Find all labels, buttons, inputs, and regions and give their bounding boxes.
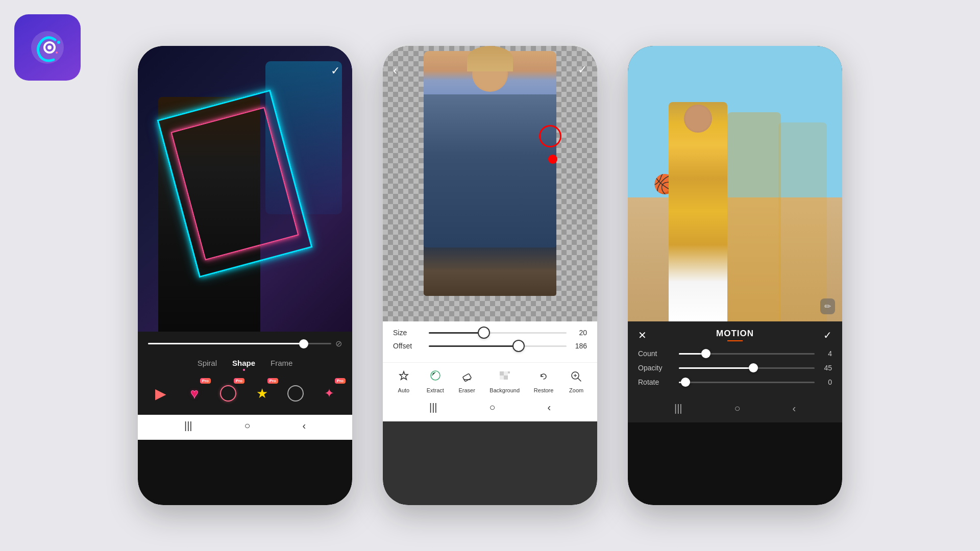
phone3-background: 🏀 ✏ bbox=[628, 46, 842, 321]
phone-2: ‹ ✓ bbox=[383, 46, 597, 505]
size-fill bbox=[429, 332, 484, 334]
phone3-image-area: 🏀 ✏ bbox=[628, 46, 842, 321]
shape-play[interactable]: ▶ bbox=[146, 379, 175, 408]
phone1-slider-track[interactable] bbox=[148, 343, 331, 344]
tool-restore[interactable]: Restore bbox=[534, 368, 554, 393]
phone2-toolbar: Auto Extract bbox=[383, 362, 597, 396]
eraser-dot bbox=[548, 155, 557, 164]
tab-shape-indicator bbox=[243, 369, 245, 371]
offset-slider[interactable] bbox=[429, 345, 567, 347]
zoom-icon bbox=[568, 368, 585, 385]
tool-extract[interactable]: Extract bbox=[427, 368, 444, 393]
rotate-value: 0 bbox=[820, 378, 832, 386]
svg-rect-8 bbox=[504, 371, 508, 375]
nav-home-icon[interactable]: ||| bbox=[184, 420, 192, 432]
auto-icon bbox=[395, 368, 412, 385]
pro-badge-sparkle: Pro bbox=[335, 378, 346, 384]
person-ghost-1 bbox=[727, 112, 781, 321]
tool-background[interactable]: Background bbox=[489, 368, 520, 393]
phone2-nav-home[interactable]: ||| bbox=[429, 402, 437, 413]
background-icon bbox=[496, 368, 513, 385]
tool-eraser[interactable]: Eraser bbox=[458, 368, 476, 393]
tab-frame[interactable]: Frame bbox=[271, 359, 292, 371]
person-cutout bbox=[424, 51, 556, 296]
phone2-nav-circle[interactable]: ○ bbox=[489, 402, 495, 413]
motion-header: ✕ MOTION ✓ bbox=[628, 321, 842, 346]
svg-rect-11 bbox=[508, 371, 510, 373]
eraser-circle bbox=[539, 125, 561, 147]
phone2-controls: Size 20 Offset 186 bbox=[383, 321, 597, 362]
svg-line-13 bbox=[578, 378, 581, 381]
checkered-background bbox=[383, 46, 597, 321]
svg-rect-7 bbox=[500, 371, 504, 375]
motion-check-button[interactable]: ✓ bbox=[823, 329, 832, 341]
phone-1: ✓ bbox=[138, 46, 352, 505]
phone3-nav-home[interactable]: ||| bbox=[674, 403, 682, 414]
zoom-label: Zoom bbox=[569, 387, 583, 393]
phone2-nav-back[interactable]: ‹ bbox=[547, 402, 551, 413]
shape-sparkle[interactable]: Pro ✦ bbox=[315, 379, 344, 408]
size-slider[interactable] bbox=[429, 332, 567, 334]
size-label: Size bbox=[393, 329, 424, 337]
extract-icon bbox=[427, 368, 444, 385]
opacity-thumb[interactable] bbox=[749, 363, 758, 372]
tool-auto[interactable]: Auto bbox=[395, 368, 412, 393]
app-logo bbox=[14, 14, 81, 81]
eraser-icon[interactable]: ⊘ bbox=[335, 339, 342, 348]
motion-close-button[interactable]: ✕ bbox=[638, 329, 647, 341]
nav-circle-icon[interactable]: ○ bbox=[244, 420, 250, 432]
motion-sliders: Count 4 Opacity 45 bbox=[628, 346, 842, 397]
svg-rect-5 bbox=[462, 373, 471, 382]
tab-shape[interactable]: Shape bbox=[232, 359, 255, 367]
extract-label: Extract bbox=[427, 387, 444, 393]
shapes-palette: ▶ Pro ♥ Pro Pro ★ bbox=[138, 375, 352, 415]
phone-3: 🏀 ✏ ✕ bbox=[628, 46, 842, 505]
opacity-label: Opacity bbox=[638, 364, 674, 372]
phone3-nav-back[interactable]: ‹ bbox=[792, 403, 796, 414]
offset-label: Offset bbox=[393, 342, 424, 350]
rotate-slider-row: Rotate 0 bbox=[638, 378, 832, 386]
background-label: Background bbox=[489, 387, 520, 393]
size-slider-row: Size 20 bbox=[393, 329, 587, 337]
svg-point-4 bbox=[56, 52, 58, 54]
shape-heart[interactable]: Pro ♥ bbox=[180, 379, 209, 408]
phone2-nav-bar: ||| ○ ‹ bbox=[383, 396, 597, 421]
opacity-slider[interactable] bbox=[679, 367, 815, 369]
rotate-thumb[interactable] bbox=[681, 378, 690, 387]
restore-label: Restore bbox=[534, 387, 554, 393]
shape-star[interactable]: Pro ★ bbox=[248, 379, 276, 408]
nav-back-icon[interactable]: ‹ bbox=[302, 420, 306, 432]
phone1-checkmark: ✓ bbox=[331, 64, 340, 77]
phone3-nav-circle[interactable]: ○ bbox=[734, 403, 740, 414]
phone2-image-area bbox=[383, 46, 597, 321]
rotate-slider[interactable] bbox=[679, 382, 815, 383]
motion-title: MOTION bbox=[716, 329, 754, 341]
tool-zoom[interactable]: Zoom bbox=[568, 368, 585, 393]
phone1-slider-thumb[interactable] bbox=[299, 339, 308, 348]
phone3-eraser-btn[interactable]: ✏ bbox=[820, 298, 835, 314]
rotate-label: Rotate bbox=[638, 378, 674, 386]
size-thumb[interactable] bbox=[479, 328, 489, 338]
opacity-fill bbox=[679, 367, 753, 369]
offset-thumb[interactable] bbox=[513, 341, 524, 351]
svg-point-3 bbox=[57, 41, 60, 44]
eraser-tool-icon bbox=[458, 368, 476, 385]
shape-tabs: Spiral Shape Frame bbox=[138, 354, 352, 375]
count-thumb[interactable] bbox=[701, 349, 710, 358]
svg-rect-10 bbox=[504, 375, 508, 380]
phone1-background bbox=[138, 46, 352, 332]
phone2-checkmark: ✓ bbox=[578, 63, 587, 78]
shape-ring[interactable] bbox=[281, 379, 310, 408]
count-slider[interactable] bbox=[679, 353, 815, 355]
tab-spiral[interactable]: Spiral bbox=[198, 359, 217, 371]
pro-badge-heart: Pro bbox=[200, 378, 211, 384]
count-slider-row: Count 4 bbox=[638, 349, 832, 358]
motion-panel: ✕ MOTION ✓ Count 4 bbox=[628, 321, 842, 397]
shape-circle-outline[interactable]: Pro bbox=[214, 379, 242, 408]
count-value: 4 bbox=[820, 349, 832, 358]
opacity-value: 45 bbox=[820, 364, 832, 372]
person-ghost-2 bbox=[778, 122, 827, 321]
pro-badge-circle: Pro bbox=[234, 378, 244, 384]
phone1-image-area bbox=[138, 46, 352, 332]
phone2-back-button[interactable]: ‹ bbox=[393, 63, 397, 78]
